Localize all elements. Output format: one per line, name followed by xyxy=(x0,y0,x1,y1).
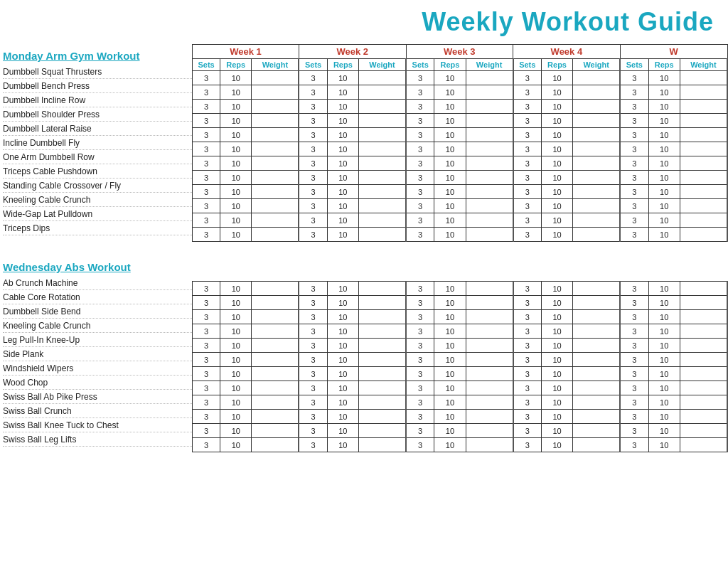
sets-cell[interactable]: 3 xyxy=(299,185,327,199)
reps-cell[interactable]: 10 xyxy=(434,395,466,410)
weight-cell[interactable] xyxy=(466,353,513,367)
sets-cell[interactable]: 3 xyxy=(406,185,434,199)
weight-cell[interactable] xyxy=(680,424,727,438)
reps-cell[interactable]: 10 xyxy=(541,310,572,324)
reps-cell[interactable]: 10 xyxy=(220,71,252,85)
reps-cell[interactable]: 10 xyxy=(434,296,466,310)
sets-cell[interactable]: 3 xyxy=(513,367,542,381)
weight-cell[interactable] xyxy=(680,381,727,395)
reps-cell[interactable]: 10 xyxy=(327,213,358,228)
reps-cell[interactable]: 10 xyxy=(327,310,358,324)
sets-cell[interactable]: 3 xyxy=(513,171,542,185)
weight-cell[interactable] xyxy=(466,114,513,128)
weight-cell[interactable] xyxy=(466,171,513,185)
reps-cell[interactable]: 10 xyxy=(434,381,466,395)
reps-cell[interactable]: 10 xyxy=(541,85,572,100)
reps-cell[interactable]: 10 xyxy=(220,353,252,367)
sets-cell[interactable]: 3 xyxy=(513,71,542,85)
weight-cell[interactable] xyxy=(358,142,406,156)
reps-cell[interactable]: 10 xyxy=(327,367,358,381)
weight-cell[interactable] xyxy=(358,71,406,85)
sets-cell[interactable]: 3 xyxy=(513,395,542,410)
sets-cell[interactable]: 3 xyxy=(193,142,220,156)
sets-cell[interactable]: 3 xyxy=(406,310,434,324)
weight-cell[interactable] xyxy=(252,424,299,438)
reps-cell[interactable]: 10 xyxy=(541,171,572,185)
reps-cell[interactable]: 10 xyxy=(434,156,466,171)
weight-cell[interactable] xyxy=(252,114,299,128)
reps-cell[interactable]: 10 xyxy=(648,282,680,296)
sets-cell[interactable]: 3 xyxy=(193,213,220,228)
weight-cell[interactable] xyxy=(680,296,727,310)
weight-cell[interactable] xyxy=(680,213,727,228)
reps-cell[interactable]: 10 xyxy=(541,185,572,199)
sets-cell[interactable]: 3 xyxy=(406,199,434,213)
reps-cell[interactable]: 10 xyxy=(648,85,680,100)
sets-cell[interactable]: 3 xyxy=(406,410,434,424)
weight-cell[interactable] xyxy=(573,395,621,410)
reps-cell[interactable]: 10 xyxy=(434,128,466,142)
reps-cell[interactable]: 10 xyxy=(327,142,358,156)
sets-cell[interactable]: 3 xyxy=(299,339,327,353)
reps-cell[interactable]: 10 xyxy=(434,353,466,367)
sets-cell[interactable]: 3 xyxy=(620,185,648,199)
sets-cell[interactable]: 3 xyxy=(620,128,648,142)
reps-cell[interactable]: 10 xyxy=(648,199,680,213)
sets-cell[interactable]: 3 xyxy=(620,367,648,381)
reps-cell[interactable]: 10 xyxy=(327,395,358,410)
sets-cell[interactable]: 3 xyxy=(620,156,648,171)
weight-cell[interactable] xyxy=(680,100,727,114)
reps-cell[interactable]: 10 xyxy=(648,438,680,452)
sets-cell[interactable]: 3 xyxy=(193,128,220,142)
weight-cell[interactable] xyxy=(252,381,299,395)
weight-cell[interactable] xyxy=(252,128,299,142)
reps-cell[interactable]: 10 xyxy=(434,213,466,228)
reps-cell[interactable]: 10 xyxy=(541,410,572,424)
weight-cell[interactable] xyxy=(358,424,406,438)
sets-cell[interactable]: 3 xyxy=(299,142,327,156)
sets-cell[interactable]: 3 xyxy=(193,395,220,410)
sets-cell[interactable]: 3 xyxy=(513,185,542,199)
reps-cell[interactable]: 10 xyxy=(327,114,358,128)
weight-cell[interactable] xyxy=(573,353,621,367)
reps-cell[interactable]: 10 xyxy=(648,156,680,171)
sets-cell[interactable]: 3 xyxy=(620,171,648,185)
weight-cell[interactable] xyxy=(680,128,727,142)
weight-cell[interactable] xyxy=(680,199,727,213)
reps-cell[interactable]: 10 xyxy=(434,410,466,424)
sets-cell[interactable]: 3 xyxy=(193,71,220,85)
reps-cell[interactable]: 10 xyxy=(220,142,252,156)
reps-cell[interactable]: 10 xyxy=(434,438,466,452)
reps-cell[interactable]: 10 xyxy=(220,128,252,142)
reps-cell[interactable]: 10 xyxy=(434,114,466,128)
reps-cell[interactable]: 10 xyxy=(220,114,252,128)
weight-cell[interactable] xyxy=(573,100,621,114)
weight-cell[interactable] xyxy=(358,395,406,410)
sets-cell[interactable]: 3 xyxy=(193,171,220,185)
sets-cell[interactable]: 3 xyxy=(513,381,542,395)
sets-cell[interactable]: 3 xyxy=(299,395,327,410)
weight-cell[interactable] xyxy=(252,85,299,100)
weight-cell[interactable] xyxy=(358,410,406,424)
weight-cell[interactable] xyxy=(252,100,299,114)
reps-cell[interactable]: 10 xyxy=(648,324,680,339)
sets-cell[interactable]: 3 xyxy=(193,228,220,242)
weight-cell[interactable] xyxy=(573,410,621,424)
sets-cell[interactable]: 3 xyxy=(620,310,648,324)
reps-cell[interactable]: 10 xyxy=(648,128,680,142)
sets-cell[interactable]: 3 xyxy=(193,199,220,213)
weight-cell[interactable] xyxy=(680,310,727,324)
sets-cell[interactable]: 3 xyxy=(193,339,220,353)
sets-cell[interactable]: 3 xyxy=(513,100,542,114)
weight-cell[interactable] xyxy=(573,85,621,100)
weight-cell[interactable] xyxy=(680,282,727,296)
sets-cell[interactable]: 3 xyxy=(406,71,434,85)
weight-cell[interactable] xyxy=(573,282,621,296)
reps-cell[interactable]: 10 xyxy=(434,100,466,114)
reps-cell[interactable]: 10 xyxy=(434,185,466,199)
sets-cell[interactable]: 3 xyxy=(193,185,220,199)
weight-cell[interactable] xyxy=(252,410,299,424)
reps-cell[interactable]: 10 xyxy=(541,213,572,228)
sets-cell[interactable]: 3 xyxy=(193,114,220,128)
weight-cell[interactable] xyxy=(680,339,727,353)
